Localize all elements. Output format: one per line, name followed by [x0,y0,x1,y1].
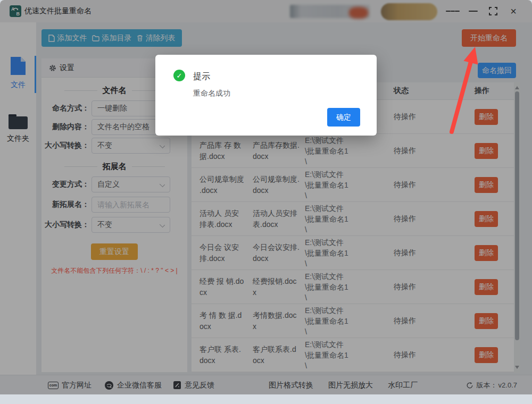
message-dialog: ✓ 提示 重命名成功 确定 [155,55,377,136]
ok-button[interactable]: 确定 [327,108,360,127]
success-check-icon: ✓ [173,70,185,81]
dialog-title: 提示 [193,71,210,82]
dialog-message: 重命名成功 [193,89,230,98]
check-glyph: ✓ [177,72,182,80]
app-window: A B 优速文件批量重命名 × [0,0,532,394]
desktop-screen: A B 优速文件批量重命名 × [0,0,532,404]
